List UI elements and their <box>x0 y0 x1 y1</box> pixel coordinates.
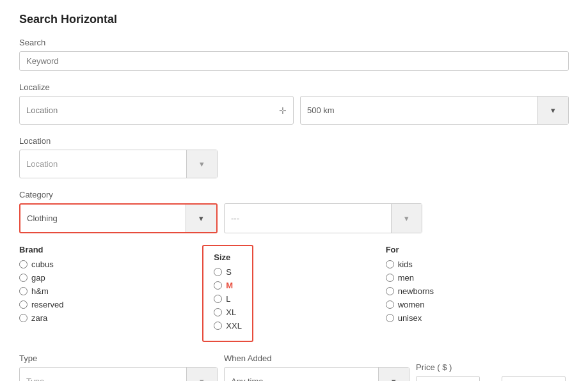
chevron-down-icon <box>193 372 211 381</box>
price-section: Price ( $ ) To <box>416 362 566 381</box>
size-value-l: L <box>226 294 230 304</box>
chevron-down-icon <box>193 209 210 228</box>
localize-location-input[interactable] <box>20 101 273 120</box>
chevron-down-icon <box>385 372 402 381</box>
search-label: Search <box>19 38 569 47</box>
price-to-input[interactable] <box>502 376 566 381</box>
when-added-dropdown-btn[interactable] <box>378 368 409 381</box>
size-radio-xl[interactable] <box>214 308 222 316</box>
size-value-xl: XL <box>226 307 236 317</box>
size-radio-xxl[interactable] <box>214 322 222 330</box>
bottom-row: Type Type When Added Any time Price ( $ … <box>19 354 569 381</box>
brand-item-gap[interactable]: gap <box>19 273 202 283</box>
localize-row: ✛ 500 km <box>19 96 569 125</box>
size-item-xl[interactable]: XL <box>214 307 242 317</box>
location-label: Location <box>19 136 569 146</box>
for-value-unisex: unisex <box>398 313 422 323</box>
type-dropdown[interactable]: Type <box>19 367 218 381</box>
category-label: Category <box>19 190 569 199</box>
chevron-down-icon <box>544 101 562 120</box>
localize-distance-field[interactable]: 500 km <box>300 96 569 125</box>
for-radio-kids[interactable] <box>386 260 394 268</box>
brand-radio-cubus[interactable] <box>19 260 28 268</box>
size-value-xxl: XXL <box>226 321 242 330</box>
page-title: Search Horizontal <box>19 13 569 26</box>
brand-value-reserved: reserved <box>31 300 64 309</box>
distance-value: 500 km <box>301 101 537 120</box>
localize-section: Localize ✛ 500 km <box>19 82 569 125</box>
chevron-down-icon <box>398 209 415 228</box>
brand-item-zara[interactable]: zara <box>19 313 202 323</box>
brand-filter: Brand cubus gap h&m reserved zara <box>19 245 202 342</box>
location-placeholder: Location <box>20 155 186 173</box>
size-item-xxl[interactable]: XXL <box>214 321 242 330</box>
size-value-s: S <box>226 267 232 277</box>
size-label: Size <box>214 253 242 262</box>
category-sub-dropdown-btn[interactable] <box>391 204 422 233</box>
for-item-women[interactable]: women <box>386 300 569 309</box>
type-placeholder: Type <box>20 372 186 381</box>
crosshair-icon: ✛ <box>273 105 293 116</box>
brand-item-reserved[interactable]: reserved <box>19 300 202 309</box>
for-item-men[interactable]: men <box>386 273 569 283</box>
for-item-unisex[interactable]: unisex <box>386 313 569 323</box>
when-added-dropdown[interactable]: Any time <box>224 367 409 381</box>
size-item-l[interactable]: L <box>214 294 242 304</box>
brand-value-hm: h&m <box>31 286 49 296</box>
type-dropdown-btn[interactable] <box>186 368 217 381</box>
type-section: Type Type <box>19 354 218 381</box>
size-item-s[interactable]: S <box>214 267 242 277</box>
brand-value-gap: gap <box>31 273 45 283</box>
price-row: To <box>416 376 566 381</box>
localize-label: Localize <box>19 82 569 92</box>
category-sub-placeholder: --- <box>225 209 391 228</box>
size-item-m[interactable]: M <box>214 281 242 290</box>
brand-item-hm[interactable]: h&m <box>19 286 202 296</box>
for-item-newborns[interactable]: newborns <box>386 286 569 296</box>
filter-row: Brand cubus gap h&m reserved zara Size S… <box>19 245 569 342</box>
size-radio-l[interactable] <box>214 295 222 303</box>
size-radio-s[interactable] <box>214 268 222 276</box>
distance-dropdown-btn[interactable] <box>537 97 568 124</box>
brand-radio-gap[interactable] <box>19 274 28 282</box>
localize-location-field[interactable]: ✛ <box>19 96 294 125</box>
brand-radio-hm[interactable] <box>19 287 28 295</box>
brand-item-cubus[interactable]: cubus <box>19 260 202 269</box>
brand-value-zara: zara <box>31 313 47 323</box>
for-radio-men[interactable] <box>386 274 394 282</box>
brand-value-cubus: cubus <box>31 260 54 269</box>
chevron-down-icon <box>193 155 211 173</box>
price-from-input[interactable] <box>416 376 480 381</box>
brand-radio-zara[interactable] <box>19 314 28 322</box>
category-selected-value: Clothing <box>20 209 186 228</box>
location-dropdown[interactable]: Location <box>19 150 218 178</box>
when-added-value: Any time <box>225 372 378 381</box>
for-radio-unisex[interactable] <box>386 314 394 322</box>
category-dropdown[interactable]: Clothing <box>19 203 218 233</box>
search-input[interactable] <box>19 51 569 71</box>
size-radio-m[interactable] <box>214 281 222 290</box>
for-filter: For kids men newborns women unisex <box>386 245 569 342</box>
category-section: Category Clothing --- <box>19 190 569 233</box>
size-filter: Size S M L XL XXL <box>202 245 385 342</box>
brand-radio-reserved[interactable] <box>19 300 28 309</box>
brand-label: Brand <box>19 245 202 254</box>
for-value-men: men <box>398 273 414 283</box>
for-value-newborns: newborns <box>398 286 434 296</box>
category-sub-dropdown[interactable]: --- <box>224 203 422 233</box>
for-radio-women[interactable] <box>386 300 394 309</box>
for-item-kids[interactable]: kids <box>386 260 569 269</box>
search-section: Search <box>19 38 569 71</box>
location-section: Location Location <box>19 136 569 178</box>
for-radio-newborns[interactable] <box>386 287 394 295</box>
location-dropdown-btn[interactable] <box>186 150 217 178</box>
for-value-women: women <box>398 300 425 309</box>
size-value-m: M <box>226 281 233 290</box>
when-added-label: When Added <box>224 354 409 363</box>
price-label: Price ( $ ) <box>416 362 566 372</box>
size-box: Size S M L XL XXL <box>202 245 253 342</box>
for-value-kids: kids <box>398 260 413 269</box>
category-row: Clothing --- <box>19 203 569 233</box>
category-dropdown-btn[interactable] <box>186 205 216 232</box>
when-added-section: When Added Any time <box>224 354 409 381</box>
